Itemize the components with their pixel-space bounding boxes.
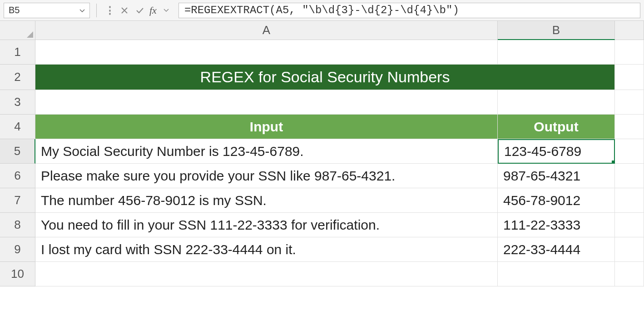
- row-header-10[interactable]: 10: [0, 262, 35, 286]
- cell-A6[interactable]: Please make sure you provide your SSN li…: [35, 164, 498, 188]
- select-all-corner[interactable]: [0, 21, 35, 40]
- row-header-2[interactable]: 2: [0, 65, 35, 90]
- cell-C8[interactable]: [615, 213, 644, 237]
- cell-C5[interactable]: [615, 139, 644, 164]
- column-header-C[interactable]: [615, 21, 644, 40]
- cancel-icon[interactable]: [119, 5, 130, 16]
- row-header-5[interactable]: 5: [0, 139, 35, 164]
- chevron-down-icon[interactable]: [79, 7, 85, 14]
- cell-B9[interactable]: 222-33-4444: [498, 237, 615, 262]
- cell-A1[interactable]: [35, 40, 498, 65]
- cell-reference: B5: [9, 5, 20, 15]
- cell-A10[interactable]: [35, 262, 498, 286]
- row-header-9[interactable]: 9: [0, 237, 35, 262]
- row-header-3[interactable]: 3: [0, 90, 35, 115]
- cell-C6[interactable]: [615, 164, 644, 188]
- row-header-1[interactable]: 1: [0, 40, 35, 65]
- cell-C7[interactable]: [615, 188, 644, 213]
- row-header-8[interactable]: 8: [0, 213, 35, 237]
- cell-A8[interactable]: You need to fill in your SSN 111-22-3333…: [35, 213, 498, 237]
- cell-A3[interactable]: [35, 90, 498, 115]
- cell-C9[interactable]: [615, 237, 644, 262]
- cell-B3[interactable]: [498, 90, 615, 115]
- cell-C3[interactable]: [615, 90, 644, 115]
- cell-C2[interactable]: [615, 65, 644, 90]
- name-box[interactable]: B5: [4, 3, 90, 18]
- cell-C1[interactable]: [615, 40, 644, 65]
- cell-B10[interactable]: [498, 262, 615, 286]
- cells-area: REGEX for Social Security Numbers Input …: [35, 40, 644, 286]
- row-header-7[interactable]: 7: [0, 188, 35, 213]
- row-header-4[interactable]: 4: [0, 115, 35, 139]
- column-header-B[interactable]: B: [498, 21, 615, 40]
- cell-A5[interactable]: My Social Security Number is 123-45-6789…: [35, 139, 498, 164]
- colon-icon: ⋮: [105, 5, 115, 16]
- fx-icon[interactable]: fx: [149, 5, 157, 16]
- formula-bar: B5 ⋮ fx =REGEXEXTRACT(A5, "\b\d{3}-\d{2}…: [0, 0, 644, 21]
- cell-B5[interactable]: 123-45-6789: [498, 139, 615, 164]
- header-input[interactable]: Input: [35, 115, 498, 139]
- cell-A7[interactable]: The number 456-78-9012 is my SSN.: [35, 188, 498, 213]
- cell-B7[interactable]: 456-78-9012: [498, 188, 615, 213]
- row-headers: 1 2 3 4 5 6 7 8 9 10: [0, 40, 35, 286]
- cell-C10[interactable]: [615, 262, 644, 286]
- row-header-6[interactable]: 6: [0, 164, 35, 188]
- title-cell[interactable]: REGEX for Social Security Numbers: [35, 65, 615, 90]
- chevron-down-icon[interactable]: [160, 5, 172, 16]
- enter-icon[interactable]: [134, 5, 146, 16]
- cell-B1[interactable]: [498, 40, 615, 65]
- spreadsheet-grid: A B 1 2 3 4 5 6 7 8 9 10: [0, 21, 644, 321]
- header-output[interactable]: Output: [498, 115, 615, 139]
- cell-B6[interactable]: 987-65-4321: [498, 164, 615, 188]
- cell-C4[interactable]: [615, 115, 644, 139]
- cell-A9[interactable]: I lost my card with SSN 222-33-4444 on i…: [35, 237, 498, 262]
- column-headers: A B: [35, 21, 644, 40]
- cell-B8[interactable]: 111-22-3333: [498, 213, 615, 237]
- formula-text: =REGEXEXTRACT(A5, "\b\d{3}-\d{2}-\d{4}\b…: [184, 4, 459, 16]
- separator: [96, 4, 97, 17]
- formula-input[interactable]: =REGEXEXTRACT(A5, "\b\d{3}-\d{2}-\d{4}\b…: [178, 3, 640, 18]
- column-header-A[interactable]: A: [35, 21, 498, 40]
